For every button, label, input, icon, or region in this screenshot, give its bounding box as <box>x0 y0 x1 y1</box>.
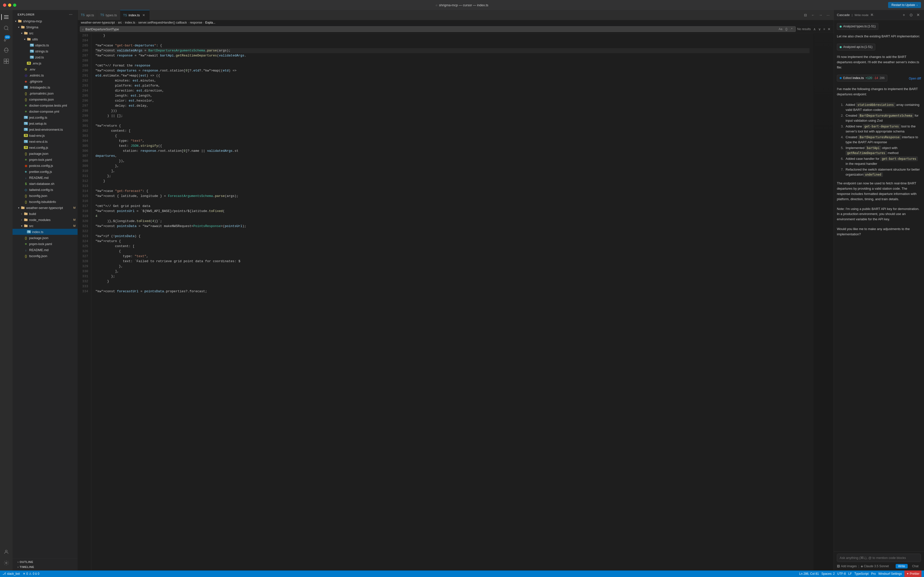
tree-item-weather-server-typescript[interactable]: ▾ weather-server-typescript M <box>13 205 78 211</box>
code-line[interactable]: length: est.length, <box>95 93 809 98</box>
tree-item-tsconfig-json[interactable]: {} tsconfig.json <box>13 193 78 199</box>
timeline-header[interactable]: › Timeline <box>13 564 78 569</box>
code-line[interactable]: { <box>95 249 809 254</box>
chat-settings-button[interactable]: ⊙ <box>908 12 914 18</box>
code-line[interactable]: "kw">return { <box>95 123 809 129</box>
write-tab-button[interactable]: Write <box>896 564 908 569</box>
code-line[interactable]: content: [ <box>95 129 809 134</box>
breadcrumb-response[interactable]: response <box>190 21 202 24</box>
code-line[interactable]: "kw">case "get-bart-departures": { <box>95 43 809 48</box>
tree-item-node-modules[interactable]: › node_modules M <box>13 217 78 223</box>
whole-word-button[interactable]: {} <box>784 27 788 31</box>
close-chat-button[interactable]: ✕ <box>915 12 921 18</box>
code-line[interactable] <box>95 284 809 289</box>
code-line[interactable]: "kw">const pointsUrl = `${NWS_API_BASE}/… <box>95 209 809 214</box>
tree-item-tailwind-config-ts[interactable]: ◇ tailwind.config.ts <box>13 187 78 193</box>
tree-item-utils[interactable]: ▾ utils <box>13 36 78 42</box>
restart-to-update-button[interactable]: Restart to Update › <box>888 2 921 8</box>
tree-item-next-config-js[interactable]: JS next.config.js <box>13 145 78 150</box>
code-line[interactable] <box>95 199 809 204</box>
navigate-back-button[interactable]: ← <box>809 11 817 19</box>
errors-status[interactable]: ✕ 0 ⚠ 0 ℹ 0 <box>23 572 39 575</box>
breadcrumb-index-ts[interactable]: index.ts <box>125 21 135 24</box>
navigate-forward-button[interactable]: → <box>817 11 824 19</box>
tree-item--env-js[interactable]: JS .env.js <box>13 60 78 66</box>
code-line[interactable]: }; <box>95 274 809 279</box>
search-input-wrap[interactable]: ⌕ Aa {} .* <box>80 26 796 32</box>
maximize-button[interactable] <box>13 3 16 7</box>
next-result-button[interactable]: ∨ <box>817 27 822 32</box>
code-line[interactable]: }, <box>95 164 809 169</box>
tree-item-package-json[interactable]: {} package.json <box>13 235 78 241</box>
tree-item--lintstagedrc-ts[interactable]: TS .lintstagedrc.ts <box>13 84 78 90</box>
close-search-button[interactable]: ≡ <box>822 27 826 31</box>
code-line[interactable]: }), <box>95 158 809 164</box>
tree-item-shrigma-mcp[interactable]: ▾ shrigma-mcp <box>13 18 78 24</box>
code-line[interactable]: etd.estimate."kw">map((est) => ({ <box>95 73 809 78</box>
edited-badge[interactable]: Edited index.ts +120 -14 286 <box>837 75 887 82</box>
accounts-icon[interactable] <box>1 547 11 557</box>
code-content[interactable]: } "kw">case "get-bart-departures": { "kw… <box>91 33 814 571</box>
code-line[interactable]: "kw">const validatedArgs = BartDeparture… <box>95 48 809 53</box>
collapse-button[interactable]: ✕ <box>827 27 832 32</box>
code-line[interactable]: color: est.hexcolor, <box>95 98 809 103</box>
breadcrumb-handler[interactable]: server.setRequestHandler() callback <box>138 21 187 24</box>
code-line[interactable]: "kw">case "get-forecast": { <box>95 189 809 194</box>
tree-item-jest-config-ts[interactable]: TS jest.config.ts <box>13 114 78 121</box>
encoding-status[interactable]: UTF-8 <box>837 572 846 575</box>
tree-item-start-database-sh[interactable]: $ start-database.sh <box>13 181 78 187</box>
tree-item--gitignore[interactable]: ◈ .gitignore <box>13 78 78 84</box>
tree-item-postcss-config-js[interactable]: ◉ postcss.config.js <box>13 163 78 169</box>
code-line[interactable]: type: "text", <box>95 139 809 143</box>
case-sensitive-button[interactable]: Aa <box>778 27 783 31</box>
chat-input[interactable] <box>840 556 918 560</box>
tab-api-ts[interactable]: TS api.ts <box>78 10 97 20</box>
tree-item-src[interactable]: ▾ src M <box>13 223 78 229</box>
tree-item-pnpm-lock-yaml[interactable]: ≡ pnpm-lock.yaml <box>13 241 78 247</box>
code-line[interactable]: }; <box>95 174 809 179</box>
code-editor[interactable]: 2832842852862872882892902912922932942952… <box>78 33 834 571</box>
tree-item--eslintrc-ts[interactable]: ◎ .eslintrc.ts <box>13 72 78 78</box>
code-line[interactable]: "cmt">// Format the response <box>95 63 809 68</box>
git-branch-status[interactable]: ⎇ slack_bot <box>3 572 20 575</box>
code-line[interactable]: "kw">const { latitude, longitude } = For… <box>95 194 809 199</box>
minimize-button[interactable] <box>8 3 11 7</box>
search-icon[interactable] <box>1 23 11 33</box>
code-line[interactable]: )},${longitude.toFixed(4)}`; <box>95 219 809 224</box>
code-line[interactable]: departures, <box>95 153 809 158</box>
tree-item-load-env-js[interactable]: JS load-env.js <box>13 132 78 139</box>
sidebar-options-button[interactable]: ··· <box>69 13 73 16</box>
tree-item-strings-ts[interactable]: TS strings.ts <box>13 48 78 54</box>
tree-item-src[interactable]: ▾ src <box>13 30 78 36</box>
code-line[interactable]: { <box>95 134 809 139</box>
close-button[interactable] <box>3 3 6 7</box>
code-line[interactable]: delay: est.delay, <box>95 103 809 108</box>
windsurf-settings-status[interactable]: Windsurf Settings <box>878 572 902 575</box>
code-line[interactable]: }, <box>95 264 809 269</box>
tree-item-components-json[interactable]: {} components.json <box>13 96 78 102</box>
code-line[interactable]: ) || []; <box>95 113 809 118</box>
code-line[interactable]: "cmt">// Get grid point data <box>95 204 809 209</box>
explorer-icon[interactable] <box>1 12 11 22</box>
tab-index-ts[interactable]: TS index.ts ✕ <box>120 10 150 20</box>
code-line[interactable]: content: [ <box>95 244 809 249</box>
tree-item-jest-test-environment-ts[interactable]: TS jest.test-environment.ts <box>13 126 78 132</box>
tree-item-index-ts[interactable]: TS index.ts <box>13 229 78 235</box>
tree-item-pnpm-lock-yaml[interactable]: ≡ pnpm-lock.yaml <box>13 156 78 163</box>
code-line[interactable]: "kw">const forecastUrl = pointsData.prop… <box>95 289 809 294</box>
tree-item-prettier-config-js[interactable]: ★ prettier.config.js <box>13 169 78 175</box>
tree-item-jest-setup-ts[interactable]: TS jest.setup.ts <box>13 121 78 126</box>
tree-item-tsconfig-json[interactable]: {} tsconfig.json <box>13 253 78 259</box>
source-control-icon[interactable]: 939 <box>1 34 11 44</box>
regex-button[interactable]: .* <box>790 27 793 31</box>
more-actions-button[interactable]: ··· <box>825 11 832 19</box>
breadcrumb-weather-server[interactable]: weather-server-typescript <box>81 21 115 24</box>
code-line[interactable]: "kw">const response = "kw">await bartApi… <box>95 53 809 58</box>
search-input[interactable] <box>86 27 776 31</box>
tree-item-package-json[interactable]: {} package.json <box>13 150 78 156</box>
code-line[interactable] <box>95 58 809 63</box>
code-line[interactable]: } <box>95 33 809 38</box>
code-line[interactable]: type: "text", <box>95 254 809 259</box>
code-line[interactable]: "kw">const pointsData = "kw">await makeN… <box>95 224 809 229</box>
mode-status[interactable]: Pro <box>871 572 876 575</box>
